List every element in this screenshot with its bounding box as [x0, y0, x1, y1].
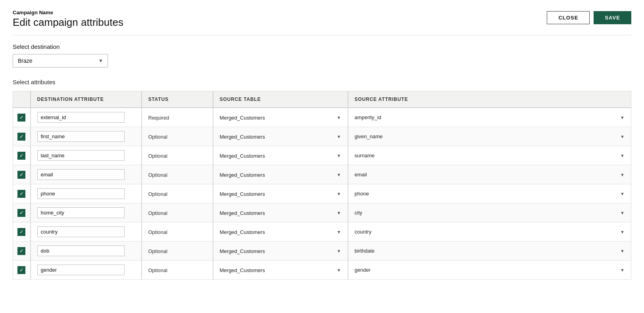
dest-attr-cell-0 — [31, 108, 142, 127]
source-table-cell-6: Merged_Customers ▼ — [213, 222, 348, 242]
status-cell-0: Required — [142, 108, 213, 127]
save-button[interactable]: SAVE — [594, 11, 631, 24]
source-attr-chevron-icon-2[interactable]: ▼ — [620, 153, 625, 158]
source-table-chevron-icon-5[interactable]: ▼ — [337, 211, 341, 215]
table-row: ✓ Optional Merged_Customers ▼ city ▼ — [13, 203, 631, 222]
source-table-chevron-icon-0[interactable]: ▼ — [337, 115, 341, 120]
source-attr-chevron-icon-5[interactable]: ▼ — [620, 211, 625, 215]
source-table-value-8: Merged_Customers — [220, 267, 334, 273]
row-checkbox-7[interactable]: ✓ — [17, 247, 25, 255]
source-table-chevron-icon-2[interactable]: ▼ — [337, 153, 341, 158]
checkbox-cell-7: ✓ — [13, 242, 31, 261]
table-header-row: DESTINATION ATTRIBUTE STATUS SOURCE TABL… — [13, 91, 631, 108]
destination-label: Select destination — [13, 43, 631, 50]
source-attr-chevron-icon-0[interactable]: ▼ — [620, 115, 625, 120]
dest-attr-input-2[interactable] — [37, 150, 125, 161]
attributes-table: DESTINATION ATTRIBUTE STATUS SOURCE TABL… — [13, 91, 631, 280]
source-table-cell-7: Merged_Customers ▼ — [213, 242, 348, 261]
status-text-0: Required — [148, 115, 169, 121]
checkbox-cell-0: ✓ — [13, 108, 31, 127]
source-attr-value-4: phone — [355, 191, 617, 197]
status-text-7: Optional — [148, 248, 167, 254]
checkmark-icon: ✓ — [19, 229, 24, 234]
status-text-3: Optional — [148, 172, 167, 178]
table-row: ✓ Optional Merged_Customers ▼ gender ▼ — [13, 261, 631, 280]
attributes-section: Select attributes DESTINATION ATTRIBUTE … — [13, 79, 631, 280]
source-attr-cell-3: email ▼ — [348, 165, 631, 184]
source-attr-chevron-icon-3[interactable]: ▼ — [620, 172, 625, 177]
table-row: ✓ Optional Merged_Customers ▼ given_name… — [13, 127, 631, 146]
dest-attr-input-7[interactable] — [37, 245, 125, 256]
table-row: ✓ Required Merged_Customers ▼ amperity_i… — [13, 108, 631, 127]
dest-attr-input-3[interactable] — [37, 169, 125, 180]
source-attr-wrap-4: phone ▼ — [355, 191, 625, 197]
source-attr-cell-0: amperity_id ▼ — [348, 108, 631, 127]
status-text-8: Optional — [148, 267, 167, 273]
campaign-name: Campaign Name — [13, 10, 123, 15]
dest-attr-cell-2 — [31, 146, 142, 165]
source-table-chevron-icon-6[interactable]: ▼ — [337, 230, 341, 234]
close-button[interactable]: CLOSE — [547, 11, 590, 24]
status-text-5: Optional — [148, 210, 167, 216]
source-table-chevron-icon-3[interactable]: ▼ — [337, 172, 341, 177]
source-attr-wrap-1: given_name ▼ — [355, 133, 625, 139]
source-table-value-5: Merged_Customers — [220, 210, 334, 216]
dest-attr-cell-5 — [31, 203, 142, 222]
source-attr-wrap-8: gender ▼ — [355, 267, 625, 273]
table-row: ✓ Optional Merged_Customers ▼ surname ▼ — [13, 146, 631, 165]
dest-attr-input-4[interactable] — [37, 188, 125, 199]
checkbox-cell-6: ✓ — [13, 222, 31, 242]
source-table-value-4: Merged_Customers — [220, 191, 334, 197]
attributes-label: Select attributes — [13, 79, 631, 85]
source-attr-chevron-icon-6[interactable]: ▼ — [620, 230, 625, 234]
source-table-value-2: Merged_Customers — [220, 153, 334, 159]
source-table-value-0: Merged_Customers — [220, 115, 334, 121]
source-table-value-3: Merged_Customers — [220, 172, 334, 178]
source-table-select-wrap-6: Merged_Customers ▼ — [220, 229, 341, 235]
source-attr-chevron-icon-1[interactable]: ▼ — [620, 134, 625, 139]
source-attr-chevron-icon-4[interactable]: ▼ — [620, 191, 625, 196]
checkbox-cell-4: ✓ — [13, 184, 31, 203]
status-cell-4: Optional — [142, 184, 213, 203]
row-checkbox-8[interactable]: ✓ — [17, 266, 25, 274]
status-cell-7: Optional — [142, 242, 213, 261]
row-checkbox-6[interactable]: ✓ — [17, 228, 25, 236]
source-table-chevron-icon-7[interactable]: ▼ — [337, 249, 341, 253]
source-table-chevron-icon-4[interactable]: ▼ — [337, 191, 341, 196]
source-attr-wrap-0: amperity_id ▼ — [355, 114, 625, 120]
destination-select-wrapper: Braze Salesforce Klaviyo Google Ads ▼ — [13, 54, 108, 68]
source-attr-value-6: country — [355, 229, 617, 235]
source-attr-value-7: birthdate — [355, 248, 617, 254]
checkmark-icon: ✓ — [19, 248, 24, 253]
source-table-select-wrap-7: Merged_Customers ▼ — [220, 248, 341, 254]
source-table-chevron-icon-1[interactable]: ▼ — [337, 134, 341, 139]
dest-attr-input-6[interactable] — [37, 226, 125, 237]
checkbox-cell-2: ✓ — [13, 146, 31, 165]
source-attr-cell-5: city ▼ — [348, 203, 631, 222]
destination-select[interactable]: Braze Salesforce Klaviyo Google Ads — [13, 54, 108, 68]
row-checkbox-1[interactable]: ✓ — [17, 133, 25, 141]
row-checkbox-4[interactable]: ✓ — [17, 190, 25, 198]
title-block: Campaign Name Edit campaign attributes — [13, 10, 123, 29]
source-attr-value-5: city — [355, 210, 617, 216]
source-table-cell-0: Merged_Customers ▼ — [213, 108, 348, 127]
dest-attr-input-8[interactable] — [37, 265, 125, 275]
row-checkbox-3[interactable]: ✓ — [17, 171, 25, 179]
dest-attr-input-0[interactable] — [37, 112, 125, 123]
source-attr-cell-4: phone ▼ — [348, 184, 631, 203]
source-table-select-wrap-8: Merged_Customers ▼ — [220, 267, 341, 273]
dest-attr-cell-6 — [31, 222, 142, 242]
dest-attr-input-5[interactable] — [37, 207, 125, 218]
checkmark-icon: ✓ — [19, 115, 24, 120]
destination-section: Select destination Braze Salesforce Klav… — [13, 43, 631, 68]
source-attr-chevron-icon-8[interactable]: ▼ — [620, 268, 625, 272]
row-checkbox-0[interactable]: ✓ — [17, 114, 25, 122]
source-attr-wrap-5: city ▼ — [355, 210, 625, 216]
source-table-chevron-icon-8[interactable]: ▼ — [337, 268, 341, 272]
col-header-source-table: SOURCE TABLE — [213, 91, 348, 108]
row-checkbox-5[interactable]: ✓ — [17, 209, 25, 217]
source-attr-chevron-icon-7[interactable]: ▼ — [620, 249, 625, 253]
dest-attr-input-1[interactable] — [37, 131, 125, 142]
checkmark-icon: ✓ — [19, 210, 24, 215]
row-checkbox-2[interactable]: ✓ — [17, 152, 25, 160]
